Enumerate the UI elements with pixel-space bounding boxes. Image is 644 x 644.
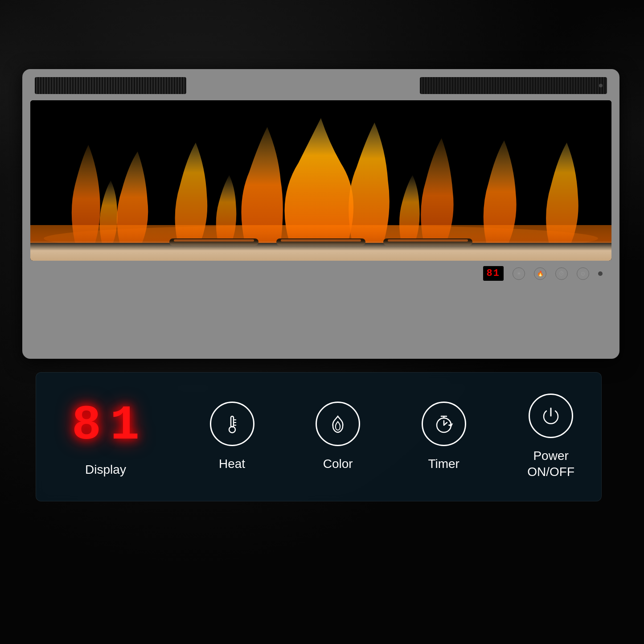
color-btn-circle[interactable] — [316, 402, 360, 446]
display-label: Display — [85, 463, 126, 477]
vent-indicator — [599, 84, 603, 87]
power-btn-circle[interactable] — [529, 394, 573, 438]
unit-icon-4[interactable]: ⊙ — [577, 267, 589, 280]
color-label: Color — [323, 456, 353, 472]
timer-icon — [433, 413, 455, 435]
heat-btn-circle[interactable] — [210, 402, 254, 446]
power-button[interactable]: Power ON/OFF — [527, 394, 574, 480]
thermometer-icon — [221, 413, 243, 435]
power-label: Power ON/OFF — [527, 448, 574, 480]
unit-icon-2[interactable]: 🔥 — [534, 267, 546, 280]
flame-svg — [30, 109, 611, 243]
heat-button[interactable]: Heat — [210, 402, 254, 472]
bottom-control-panel: 8 1 Display Heat Color — [36, 372, 602, 501]
digit-1: 1 — [110, 401, 139, 450]
flame-display — [30, 100, 611, 261]
unit-dot-indicator — [598, 271, 603, 276]
fireplace-unit: 81 ☀ 🔥 ⏱ ⊙ — [22, 69, 619, 359]
color-button[interactable]: Color — [316, 402, 360, 472]
power-icon — [540, 405, 562, 427]
digit-display: 8 1 — [63, 397, 148, 455]
rocks-embers — [30, 241, 611, 261]
heat-label: Heat — [219, 456, 245, 472]
unit-icon-3[interactable]: ⏱ — [555, 267, 568, 280]
svg-rect-3 — [231, 416, 234, 427]
timer-label: Timer — [428, 456, 459, 472]
unit-digital-display: 81 — [483, 266, 504, 281]
display-section: 8 1 Display — [63, 397, 148, 477]
flame-icon — [327, 413, 349, 435]
vent-left — [35, 77, 186, 94]
digit-8: 8 — [72, 401, 101, 450]
unit-icon-1[interactable]: ☀ — [513, 267, 525, 280]
unit-control-strip: 81 ☀ 🔥 ⏱ ⊙ — [30, 266, 611, 281]
svg-marker-8 — [449, 424, 452, 426]
top-vents-area — [30, 77, 611, 94]
timer-button[interactable]: Timer — [422, 402, 466, 472]
vent-right — [420, 77, 607, 94]
timer-btn-circle[interactable] — [422, 402, 466, 446]
